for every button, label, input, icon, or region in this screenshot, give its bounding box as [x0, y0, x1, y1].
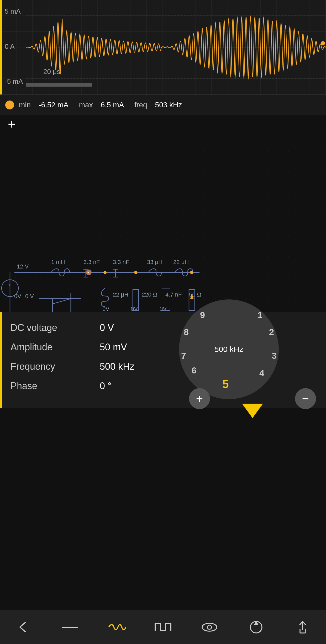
svg-point-80 — [207, 625, 212, 629]
min-value: -6.52 mA — [39, 101, 69, 109]
eye-button[interactable] — [196, 617, 223, 638]
svg-text:+: + — [87, 271, 89, 275]
max-label: max — [79, 101, 93, 109]
svg-point-79 — [202, 623, 217, 631]
phase-value: 0 ° — [100, 381, 111, 392]
channel-dot — [5, 101, 14, 109]
dial-plus-button[interactable]: + — [189, 388, 210, 409]
svg-text:0V: 0V — [14, 293, 21, 299]
dial-num-4[interactable]: 4 — [259, 368, 264, 378]
bottom-toolbar — [0, 610, 326, 644]
min-label: min — [19, 101, 31, 109]
properties-wrapper: DC voltage 0 V Amplitude 50 mV Frequency… — [0, 312, 326, 408]
dial-num-8[interactable]: 8 — [184, 327, 189, 337]
square-wave-button[interactable] — [150, 617, 176, 638]
dial-area[interactable]: 500 kHz 1 2 3 4 5 6 7 8 9 + − — [179, 312, 326, 408]
stats-bar: min -6.52 mA max 6.5 mA freq 503 kHz — [0, 94, 326, 115]
svg-text:22 μH: 22 μH — [173, 259, 189, 265]
oscilloscope-panel: 5 mA 0 A -5 mA 20 μs — [0, 0, 326, 94]
svg-point-76 — [134, 271, 137, 274]
amplitude-label: Amplitude — [10, 342, 100, 353]
dial-num-5[interactable]: 5 — [222, 378, 229, 391]
svg-text:33 μH: 33 μH — [147, 259, 162, 265]
svg-text:3.3 nF: 3.3 nF — [113, 259, 129, 265]
back-button[interactable] — [10, 617, 36, 638]
sine-wave-button[interactable] — [103, 617, 130, 638]
dial-num-7[interactable]: 7 — [181, 351, 186, 361]
svg-text:0V: 0V — [131, 305, 138, 312]
dial-num-3[interactable]: 3 — [272, 351, 277, 361]
recycle-button[interactable] — [243, 617, 269, 638]
export-button[interactable] — [290, 617, 316, 638]
dc-voltage-label: DC voltage — [10, 322, 100, 333]
dc-voltage-value: 0 V — [100, 322, 114, 333]
amplitude-value: 50 mV — [100, 342, 127, 353]
svg-text:3.3 nF: 3.3 nF — [83, 259, 100, 265]
freq-label: freq — [134, 101, 147, 109]
frequency-label: Frequency — [10, 361, 100, 372]
dial-num-1[interactable]: 1 — [257, 310, 262, 320]
svg-text:0 V: 0 V — [25, 293, 34, 299]
dial-num-6[interactable]: 6 — [192, 365, 197, 376]
dial-wheel[interactable]: 500 kHz 1 2 3 4 5 6 7 8 9 — [179, 299, 279, 399]
dc-wave-button[interactable] — [57, 617, 83, 638]
svg-text:220 Ω: 220 Ω — [142, 291, 157, 298]
svg-text:12 V: 12 V — [17, 263, 29, 270]
dial-num-9[interactable]: 9 — [200, 310, 205, 320]
dial-down-arrow — [242, 404, 263, 418]
svg-text:22 μH: 22 μH — [113, 291, 128, 298]
dial-center-value: 500 kHz — [214, 345, 243, 354]
circuit-area[interactable]: 1 mH 3.3 nF 3.3 nF 33 μH 22 μH 12 V 0V 0… — [0, 115, 326, 312]
svg-text:+: + — [8, 282, 11, 288]
add-button[interactable]: + — [3, 115, 21, 133]
max-value: 6.5 mA — [101, 101, 124, 109]
phase-label: Phase — [10, 381, 100, 392]
frequency-value: 500 kHz — [100, 361, 134, 372]
dial-minus-button[interactable]: − — [295, 388, 316, 409]
circuit-diagram: 1 mH 3.3 nF 3.3 nF 33 μH 22 μH 12 V 0V 0… — [0, 115, 326, 312]
svg-point-77 — [190, 271, 193, 274]
freq-value: 503 kHz — [155, 101, 182, 109]
svg-point-75 — [103, 271, 107, 274]
svg-line-38 — [52, 299, 71, 304]
svg-text:4.7 nF: 4.7 nF — [165, 291, 182, 298]
dial-num-2[interactable]: 2 — [269, 327, 274, 337]
svg-text:1 mH: 1 mH — [51, 259, 65, 265]
yellow-accent-bar — [0, 312, 2, 408]
svg-text:0V: 0V — [160, 305, 167, 312]
